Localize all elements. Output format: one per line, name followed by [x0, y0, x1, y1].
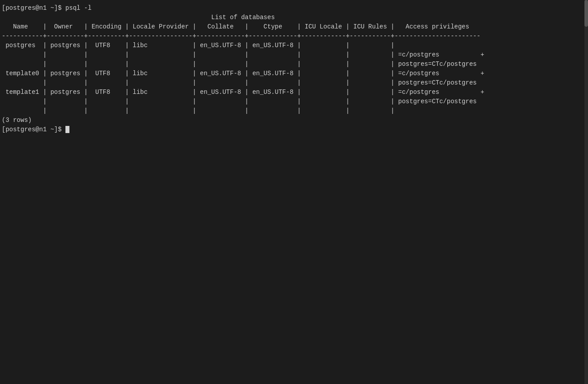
row-template1-2: | | | | | | | | postgres=CTc/postgres	[2, 97, 586, 106]
terminal-window[interactable]: [postgres@n1 ~]$ psql -l List of databas…	[0, 0, 588, 384]
table-header: Name | Owner | Encoding | Locale Provide…	[2, 22, 586, 32]
scrollbar-thumb[interactable]	[584, 0, 588, 27]
row-postgres-3: | | | | | | | | postgres=CTc/postgres	[2, 60, 586, 69]
prompt-text: [postgres@n1 ~]$	[2, 126, 65, 133]
row-postgres-2: | | | | | | | | =c/postgres +	[2, 50, 586, 60]
row-empty: | | | | | | | |	[2, 106, 586, 116]
terminal-cursor	[65, 126, 69, 133]
prompt-line[interactable]: [postgres@n1 ~]$	[2, 125, 586, 134]
table-divider: -----------+----------+----------+------…	[2, 32, 586, 41]
table-title: List of databases	[2, 13, 586, 22]
row-count: (3 rows)	[2, 116, 586, 125]
row-template0-1: template0 | postgres | UTF8 | libc | en_…	[2, 69, 586, 78]
command-line: [postgres@n1 ~]$ psql -l	[2, 4, 586, 13]
scrollbar[interactable]	[584, 0, 588, 384]
row-template1-1: template1 | postgres | UTF8 | libc | en_…	[2, 88, 586, 97]
row-postgres-1: postgres | postgres | UTF8 | libc | en_U…	[2, 41, 586, 50]
row-template0-2: | | | | | | | | postgres=CTc/postgres	[2, 78, 586, 88]
